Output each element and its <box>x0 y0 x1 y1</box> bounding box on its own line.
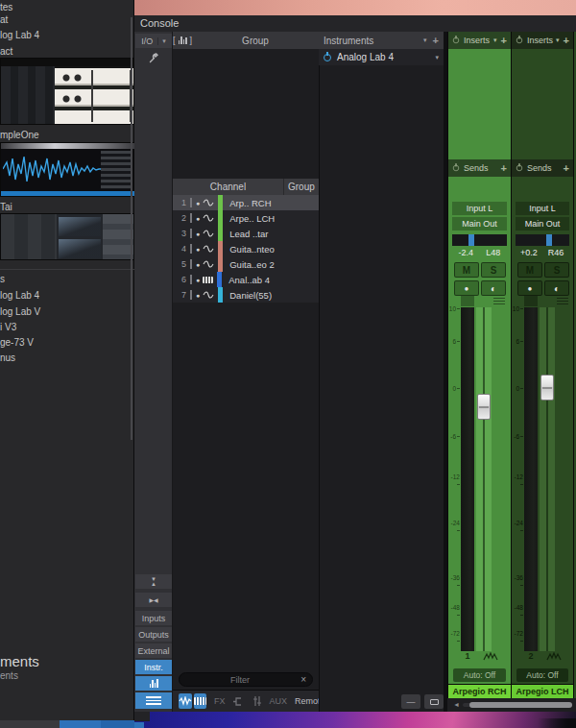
input-select[interactable]: Input L <box>452 202 507 215</box>
instruments-toggle-button[interactable]: Instr. <box>135 660 172 674</box>
output-select[interactable]: Main Out <box>452 217 507 231</box>
volume-fader-handle[interactable] <box>477 394 491 420</box>
power-icon[interactable] <box>516 37 522 43</box>
drag-handle[interactable] <box>190 229 192 238</box>
browser-item-mai-tai[interactable]: Tai <box>0 201 134 213</box>
mute-button[interactable]: M <box>517 262 542 278</box>
browser-item-analog-lab-v[interactable]: log Lab V <box>0 305 134 318</box>
chevron-down-icon[interactable]: ▾ <box>423 36 427 44</box>
scrollbar-handle[interactable] <box>469 702 572 708</box>
aux-channels-toggle[interactable]: AUX <box>270 696 288 706</box>
grip-icon[interactable] <box>557 298 568 306</box>
drag-handle[interactable] <box>190 213 192 223</box>
pan-slider[interactable] <box>516 234 569 246</box>
automation-mode-button[interactable]: Auto: Off <box>453 668 506 682</box>
instrument-item-analog-lab-4[interactable]: Analog Lab 4 ▾ <box>319 49 444 65</box>
chevron-down-icon[interactable]: ▾ <box>157 37 166 45</box>
activate-dot-icon[interactable]: ● <box>196 215 200 222</box>
plugin-thumbnail-mai-tai[interactable] <box>0 213 134 260</box>
scroll-left-icon[interactable]: ◄ <box>453 701 460 708</box>
pan-value[interactable]: R46 <box>542 248 569 257</box>
drag-handle[interactable] <box>190 244 192 254</box>
pan-value[interactable]: L48 <box>480 248 508 257</box>
setup-button[interactable] <box>135 50 172 64</box>
chevron-down-icon[interactable]: ▾ <box>435 54 439 61</box>
clear-filter-icon[interactable]: × <box>300 674 306 685</box>
channel-column-header[interactable]: Channel <box>173 179 283 195</box>
meter-peaks-icon[interactable] <box>483 652 498 661</box>
meter-peaks-icon[interactable] <box>546 652 562 661</box>
activate-dot-icon[interactable]: ● <box>196 292 200 299</box>
drag-handle[interactable] <box>190 198 192 207</box>
table-row[interactable]: 5 ● Guita..eo 2 <box>173 256 319 272</box>
monitor-button[interactable]: ◐ <box>544 280 569 296</box>
browser-item-stage-73-v[interactable]: ge-73 V <box>0 336 134 349</box>
audio-channels-toggle[interactable] <box>179 693 192 709</box>
group-column-header[interactable]: Group <box>283 179 319 195</box>
browser-item-analog-lab-4[interactable]: log Lab 4 <box>0 289 134 302</box>
table-row[interactable]: 3 ● Lead ..tar <box>173 226 319 241</box>
activate-dot-icon[interactable]: ● <box>196 231 200 237</box>
power-icon[interactable] <box>453 165 459 171</box>
chevron-down-icon[interactable]: ▾ <box>493 36 497 44</box>
power-icon[interactable] <box>516 165 522 171</box>
strip-name-label[interactable]: Arpegio RCH <box>448 684 511 698</box>
normal-channels-button[interactable] <box>424 694 444 709</box>
instrument-channels-toggle[interactable] <box>194 693 206 709</box>
add-insert-icon[interactable]: + <box>501 35 507 46</box>
automation-mode-button[interactable]: Auto: Off <box>516 668 568 682</box>
fader-lane[interactable] <box>540 307 555 651</box>
power-icon[interactable] <box>324 54 331 61</box>
channel-color-bar[interactable] <box>218 195 223 210</box>
strip-name-label[interactable]: Arpegio LCH <box>512 684 573 698</box>
filter-input[interactable]: Filter × <box>179 672 313 687</box>
outputs-button[interactable]: Outputs <box>135 627 172 642</box>
table-row[interactable]: 6 ● Anal..ab 4 <box>173 272 319 287</box>
drag-handle[interactable] <box>190 290 192 300</box>
output-select[interactable]: Main Out <box>516 217 569 231</box>
io-button[interactable]: I/O ▾ <box>135 34 172 48</box>
list-view-button[interactable] <box>135 692 172 709</box>
channel-color-bar[interactable] <box>218 256 223 272</box>
solo-button[interactable]: S <box>481 262 506 278</box>
table-row[interactable]: 2 ● Arpe.. LCH <box>173 210 319 226</box>
activate-dot-icon[interactable]: ● <box>196 246 200 253</box>
activate-dot-icon[interactable]: ● <box>196 200 200 206</box>
browser-item[interactable]: tes <box>0 1 134 13</box>
channel-color-bar[interactable] <box>217 272 222 287</box>
pan-handle[interactable] <box>468 234 474 246</box>
browser-item-analog-lab-4[interactable]: log Lab 4 <box>0 29 134 41</box>
table-row[interactable]: 7 ● Daniel(55) <box>173 287 319 303</box>
add-insert-icon[interactable]: + <box>564 35 569 46</box>
collapse-horizontal-button[interactable]: ▶◀ <box>135 593 172 607</box>
browser-item[interactable]: nus <box>0 352 134 364</box>
power-icon[interactable] <box>453 37 459 43</box>
group-header-bar[interactable]: [ ] Group <box>173 32 319 49</box>
meter-view-button[interactable] <box>135 676 172 691</box>
table-row[interactable]: 4 ● Guita..nteo <box>173 241 319 256</box>
vca-channels-toggle[interactable] <box>252 696 262 706</box>
collapse-vertical-button[interactable]: ▼▲ <box>135 574 172 589</box>
browser-item-sampleone[interactable]: mpleOne <box>0 129 134 141</box>
activate-dot-icon[interactable]: ● <box>196 277 200 283</box>
grip-icon[interactable] <box>493 298 505 306</box>
fader-lane[interactable] <box>476 307 492 651</box>
solo-button[interactable]: S <box>544 262 569 278</box>
record-arm-button[interactable]: ● <box>454 280 479 296</box>
bus-channels-toggle[interactable] <box>233 697 245 706</box>
channel-color-bar[interactable] <box>218 226 223 241</box>
record-arm-button[interactable]: ● <box>517 280 542 296</box>
volume-fader-handle[interactable] <box>540 375 554 400</box>
clip-indicator[interactable] <box>461 296 474 306</box>
plugin-thumbnail-sampleone[interactable] <box>0 142 134 197</box>
external-button[interactable]: External <box>135 643 172 658</box>
chevron-down-icon[interactable]: ▾ <box>556 36 560 44</box>
pan-slider[interactable] <box>452 234 507 246</box>
drag-handle[interactable] <box>190 259 192 269</box>
drag-handle[interactable] <box>190 275 192 284</box>
add-instrument-icon[interactable]: + <box>433 35 439 46</box>
channel-color-bar[interactable] <box>218 287 223 303</box>
browser-scrollbar[interactable] <box>131 17 132 440</box>
volume-value[interactable]: -2.4 <box>452 248 480 257</box>
mute-button[interactable]: M <box>454 262 479 278</box>
